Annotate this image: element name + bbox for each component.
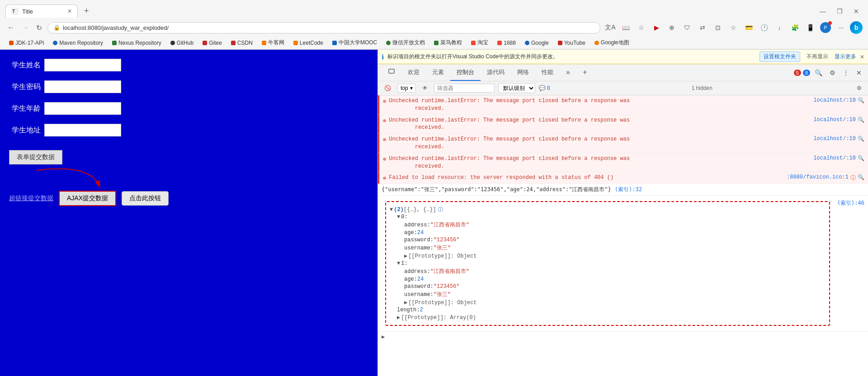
more-icon[interactable]: ··· (835, 21, 847, 34)
error-source-3[interactable]: localhost/:10 (813, 136, 856, 142)
search-icon[interactable]: 🔍 (858, 117, 864, 123)
refresh-button[interactable]: ↻ (34, 22, 44, 34)
input-pwd[interactable] (44, 80, 121, 93)
array-info-icon[interactable]: ⓘ (438, 206, 443, 213)
input-name[interactable] (44, 59, 121, 71)
bookmark-leetcode[interactable]: LeetCode (290, 39, 327, 47)
wallet-icon[interactable]: 💳 (742, 21, 755, 34)
edge-icon[interactable]: b (850, 21, 863, 34)
input-age[interactable] (44, 102, 121, 115)
submit-form-button[interactable]: 表单提交数据 (9, 150, 62, 164)
new-tab-button[interactable]: + (80, 4, 94, 19)
tab-more[interactable]: » (560, 65, 576, 81)
close-devtools-button[interactable]: ✕ (854, 67, 864, 78)
inspect-button[interactable]: 🔍 (812, 67, 825, 78)
bookmark-google[interactable]: Google (521, 39, 552, 47)
tab-console[interactable]: 控制台 (450, 65, 481, 81)
shield-icon[interactable]: 🛡 (681, 21, 693, 34)
bookmark-dot (525, 41, 529, 45)
eye-button[interactable]: 👁 (420, 84, 430, 93)
read-icon[interactable]: 📖 (619, 21, 632, 34)
proto0-expand-arrow[interactable] (404, 253, 407, 259)
devtools-info-bar: ℹ 标识项目的根文件夹以打开Visual Studio Code中的源文件并同步… (378, 50, 868, 64)
bookmark-maven[interactable]: Maven Repository (49, 39, 107, 47)
show-more-button[interactable]: 显示更多 (835, 53, 856, 61)
proto-array-expand-arrow[interactable] (397, 314, 400, 321)
devtools-panel: ℹ 标识项目的根文件夹以打开Visual Studio Code中的源文件并同步… (377, 50, 868, 376)
key-user-0: username: (404, 245, 434, 251)
error-source-1[interactable]: localhost/:10 (813, 97, 856, 103)
browser-tab[interactable]: T Title ✕ (5, 5, 78, 18)
filter-bar[interactable] (434, 84, 495, 93)
bookmark-gitee[interactable]: Gitee (199, 39, 226, 47)
bookmark-taobao[interactable]: 淘宝 (467, 38, 492, 47)
context-selector[interactable]: top ▾ (397, 84, 416, 93)
error-source-404[interactable]: :8080/favicon.ico:1 (787, 174, 849, 180)
bookmark-jdk[interactable]: JDK-17-API (5, 39, 47, 47)
address-bar[interactable]: 🔒 localhost:8080/javastudy_war_exploded/ (47, 22, 600, 33)
favorites-icon[interactable]: ☆ (727, 21, 740, 34)
bookmark-maps[interactable]: Google地图 (591, 38, 633, 47)
tab-performance[interactable]: 性能 (535, 65, 560, 81)
history-icon[interactable]: 🕐 (758, 21, 770, 34)
level-select[interactable]: 默认级别 (498, 83, 535, 93)
tab-add[interactable]: + (576, 65, 593, 81)
clear-console-button[interactable]: 🚫 (382, 84, 394, 93)
minimize-button[interactable]: — (816, 6, 830, 17)
star-icon[interactable]: ☆ (635, 21, 647, 34)
bookmark-mooc[interactable]: 中国大学MOOC (329, 38, 381, 47)
search-icon[interactable]: 🔍 (858, 97, 864, 104)
extensions-icon[interactable]: 🧩 (788, 21, 801, 34)
proto1-expand-arrow[interactable] (404, 299, 407, 306)
settings-button[interactable]: ⚙ (827, 67, 838, 78)
tab-elements[interactable]: 元素 (426, 65, 450, 81)
search-icon[interactable]: 🔍 (858, 155, 864, 162)
item0-collapse-arrow[interactable] (397, 214, 400, 220)
filter-input[interactable] (437, 85, 491, 91)
search-icon[interactable]: 🔍 (858, 174, 864, 181)
bookmark-csdn[interactable]: CSDN (227, 39, 256, 47)
val-pwd-1: "123456" (434, 283, 460, 290)
tab-network[interactable]: 网络 (511, 65, 535, 81)
bookmark-niuke[interactable]: 牛客网 (258, 38, 288, 47)
console-settings-button[interactable]: ⚙ (854, 84, 864, 93)
more-options-button[interactable]: ⋮ (840, 67, 852, 78)
array-collapse-arrow[interactable] (390, 207, 393, 213)
set-root-button[interactable]: 设置根文件夹 (760, 52, 800, 62)
info-close-button[interactable]: ✕ (860, 54, 864, 60)
tab-welcome[interactable]: 欢迎 (401, 65, 426, 81)
dismiss-button[interactable]: 不再显示 (804, 52, 831, 61)
back-button[interactable]: ← (5, 22, 16, 33)
input-addr[interactable] (44, 124, 121, 136)
sync-icon[interactable]: ⇄ (696, 21, 709, 34)
search-icon[interactable]: 🔍 (858, 136, 864, 142)
translate-icon[interactable]: 文A (604, 21, 617, 34)
bookmark-github[interactable]: GitHub (167, 39, 197, 47)
forward-button[interactable]: → (20, 22, 31, 33)
tab-sources[interactable]: 源代码 (481, 65, 511, 81)
profile-icon[interactable]: P (819, 21, 832, 34)
maximize-button[interactable]: ❐ (833, 6, 846, 17)
error-source-4[interactable]: localhost/:10 (813, 155, 856, 161)
item1-collapse-arrow[interactable] (397, 260, 400, 267)
bookmark-wechat[interactable]: 微信开放文档 (382, 38, 429, 47)
json-source-2[interactable]: (索引):46 (837, 199, 864, 207)
bookmark-runoob[interactable]: 菜鸟教程 (430, 38, 466, 47)
bookmark-nexus[interactable]: Nexus Repository (108, 39, 165, 47)
download-icon[interactable]: ↓ (773, 21, 786, 34)
link-submit[interactable]: 超链接提交数据 (9, 194, 53, 202)
extension1-icon[interactable]: ⊕ (665, 21, 678, 34)
info-icon[interactable]: ⓘ (850, 174, 856, 182)
phone-icon[interactable]: 📱 (804, 21, 816, 34)
tab-close-btn[interactable]: ✕ (67, 8, 72, 14)
console-last-line[interactable]: ▶ (378, 332, 868, 342)
bookmark-youtube[interactable]: YouTube (554, 39, 589, 47)
proto0-label: [[Prototype]]: Object (408, 253, 476, 259)
bookmark-1688[interactable]: 1688 (494, 39, 519, 47)
error-source-2[interactable]: localhost/:10 (813, 117, 856, 123)
json-source-1[interactable]: (索引):32 (615, 186, 642, 193)
youtube-icon[interactable]: ▶ (650, 21, 663, 34)
close-button[interactable]: ✕ (850, 6, 863, 17)
split-icon[interactable]: ⊡ (712, 21, 724, 34)
tab-device-toolbar[interactable] (382, 64, 401, 81)
